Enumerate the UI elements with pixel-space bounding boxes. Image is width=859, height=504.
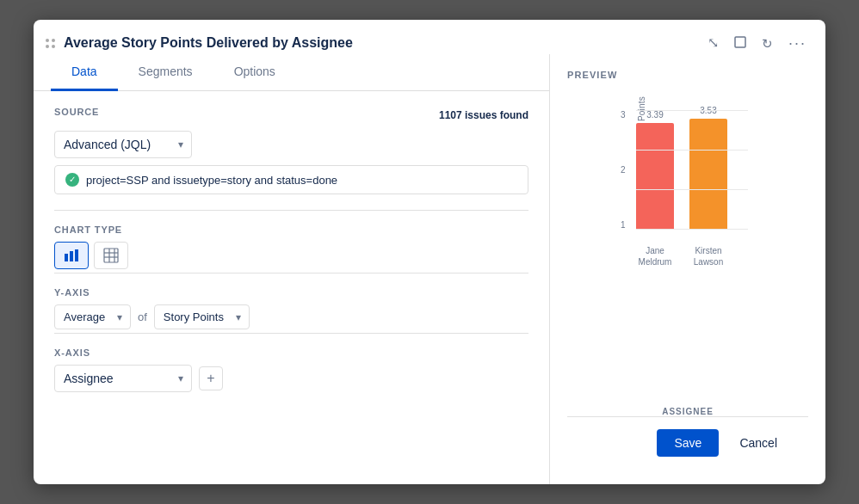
drag-handle[interactable] [46, 39, 55, 48]
svg-rect-3 [75, 249, 78, 261]
chart-type-label: CHART TYPE [54, 224, 528, 235]
y-axis-aggregate-dropdown[interactable]: Average Sum Count Min Max [54, 304, 131, 329]
minimize-icon[interactable]: ⤡ [704, 33, 722, 53]
dialog-body: Data Segments Options SOURCE 1107 issues… [34, 54, 825, 484]
svg-rect-4 [104, 249, 118, 262]
divider-xaxis [54, 333, 528, 334]
bar-group-kirsten: 3.53 [689, 107, 727, 230]
y-tick-1: 1 [621, 221, 626, 230]
bar-jane [636, 123, 674, 230]
svg-rect-2 [70, 251, 73, 261]
y-axis-aggregate-wrapper: Average Sum Count Min Max ▾ [54, 304, 131, 329]
x-axis-labels: JaneMeldrum KirstenLawson [636, 242, 727, 267]
tabs: Data Segments Options [34, 54, 549, 91]
table-chart-button[interactable] [94, 242, 128, 269]
chart-type-row [54, 242, 528, 269]
y-ticks: 1 2 3 [621, 111, 626, 230]
source-select-wrapper: Advanced (JQL) Basic ▾ [54, 131, 192, 158]
x-axis-section: X-AXIS Assignee Sprint Project Status ▾ … [54, 347, 528, 392]
y-axis-section: Y-AXIS Average Sum Count Min Max ▾ [54, 287, 528, 329]
left-panel: Data Segments Options SOURCE 1107 issues… [34, 54, 550, 484]
header-icons: ⤡ ↻ ··· [704, 32, 810, 54]
dialog-footer: Save Cancel [567, 416, 808, 469]
jql-query[interactable]: project=SSP and issuetype=story and stat… [86, 174, 337, 187]
divider-yaxis [54, 273, 528, 274]
x-label-jane: JaneMeldrum [636, 245, 674, 267]
x-axis-dropdown[interactable]: Assignee Sprint Project Status [54, 365, 192, 392]
dialog-header: Average Story Points Delivered by Assign… [34, 20, 825, 54]
bar-group-jane: 3.39 [636, 111, 674, 230]
y-axis-label: Y-AXIS [54, 287, 528, 298]
bar-value-jane: 3.39 [646, 111, 663, 120]
bar-chart-button[interactable] [54, 242, 89, 269]
x-axis-row: Assignee Sprint Project Status ▾ + [54, 365, 528, 392]
svg-rect-0 [735, 37, 745, 47]
tab-options[interactable]: Options [213, 54, 296, 91]
x-axis-dropdown-wrapper: Assignee Sprint Project Status ▾ [54, 365, 192, 392]
y-axis-row: Average Sum Count Min Max ▾ of Story P [54, 304, 528, 329]
tab-segments[interactable]: Segments [118, 54, 213, 91]
refresh-icon[interactable]: ↻ [758, 34, 776, 53]
issues-found: 1107 issues found [439, 109, 528, 121]
panel-content: SOURCE 1107 issues found Advanced (JQL) … [34, 91, 549, 484]
more-icon[interactable]: ··· [785, 32, 810, 54]
source-label: SOURCE [54, 107, 99, 117]
svg-rect-1 [65, 254, 68, 261]
jql-row: project=SSP and issuetype=story and stat… [54, 165, 528, 194]
add-x-axis-button[interactable]: + [199, 366, 223, 390]
preview-label: PREVIEW [567, 70, 617, 80]
save-button[interactable]: Save [657, 429, 719, 457]
chart-area: Average Story Points 1 2 3 [567, 87, 808, 403]
assignee-label: ASSIGNEE [662, 407, 714, 416]
y-axis-metric-dropdown[interactable]: Story Points Count Time Spent [154, 304, 250, 329]
expand-icon[interactable] [731, 33, 750, 54]
bar-value-kirsten: 3.53 [700, 107, 716, 115]
x-label-kirsten: KirstenLawson [689, 245, 727, 267]
cancel-button[interactable]: Cancel [726, 429, 791, 457]
y-axis-metric-wrapper: Story Points Count Time Spent ▾ [154, 304, 250, 329]
of-label: of [138, 310, 147, 323]
source-section-header: SOURCE 1107 issues found [54, 107, 528, 124]
right-panel: PREVIEW Average Story Points 1 2 3 [550, 54, 825, 484]
dialog: Average Story Points Delivered by Assign… [34, 20, 825, 484]
tab-data[interactable]: Data [51, 54, 118, 91]
x-axis-label: X-AXIS [54, 347, 528, 358]
bars-container: 3.39 3.53 [636, 111, 727, 230]
divider-chart [54, 210, 528, 211]
y-tick-2: 2 [621, 166, 626, 175]
bar-kirsten [689, 119, 727, 230]
source-dropdown[interactable]: Advanced (JQL) Basic [54, 131, 192, 158]
dialog-title: Average Story Points Delivered by Assign… [64, 35, 704, 51]
jql-check-icon [65, 173, 79, 187]
y-tick-3: 3 [621, 111, 626, 120]
